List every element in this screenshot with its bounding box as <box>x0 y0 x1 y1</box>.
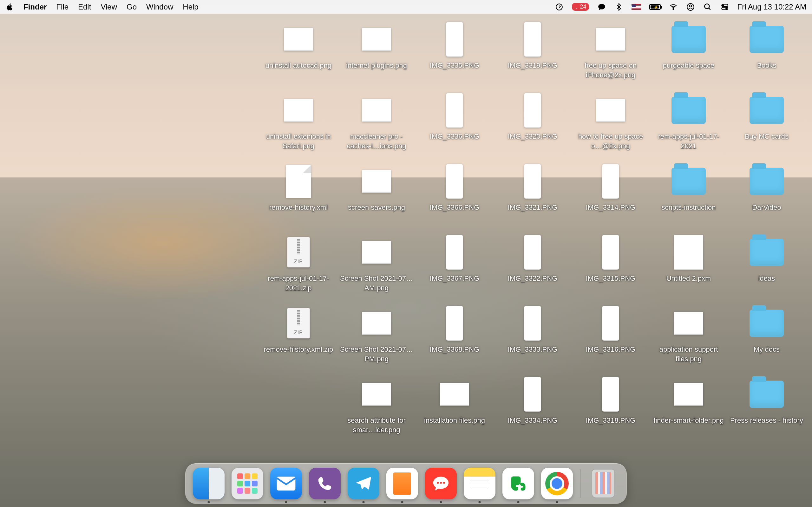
desktop-icon[interactable]: uninstall autocad.png <box>259 19 338 90</box>
dock-app-chrome[interactable] <box>541 468 573 499</box>
desktop-icon[interactable]: free up space on iPhone@2x.png <box>571 19 650 90</box>
menubar-app-name[interactable]: Finder <box>23 3 47 11</box>
image-thumbnail-icon <box>674 383 703 406</box>
desktop-icon-label: application support files.png <box>652 345 725 363</box>
desktop-icon[interactable]: Buy MC cards <box>728 90 806 161</box>
desktop-icon-label: uninstall extenions in Safari.png <box>262 132 335 151</box>
desktop-icon[interactable]: IMG_3366.PNG <box>415 161 494 232</box>
wifi-icon[interactable] <box>669 3 678 11</box>
desktop-icon[interactable]: scripts-instruction <box>650 161 728 232</box>
desktop-icon-label: Buy MC cards <box>745 132 789 141</box>
desktop-icon[interactable]: finder-smart-folder.png <box>650 374 728 445</box>
dock-app-notes[interactable] <box>464 468 496 499</box>
desktop-icon[interactable]: IMG_3367.PNG <box>415 232 494 303</box>
input-source-flag-icon[interactable] <box>631 4 641 10</box>
desktop-icon-label: DarVideo <box>752 203 781 212</box>
desktop-icon-label: finder-smart-folder.png <box>653 416 723 425</box>
desktop-icon-grid[interactable]: uninstall autocad.pnginternet plugins.pn… <box>259 19 806 445</box>
desktop-icon[interactable]: rem-apps-jul-01-17-2021 <box>650 90 728 161</box>
desktop-icon[interactable]: IMG_3318.PNG <box>571 374 650 445</box>
dock-app-telegram[interactable] <box>348 468 379 499</box>
desktop-icon[interactable]: IMG_3334.PNG <box>494 374 571 445</box>
desktop-icon[interactable]: Screen Shot 2021-07…AM.png <box>338 232 415 303</box>
desktop-icon[interactable]: IMG_3333.PNG <box>494 303 571 374</box>
battery-icon[interactable]: ⚡ <box>649 4 661 10</box>
desktop-icon[interactable]: DarVideo <box>728 161 806 232</box>
desktop-icon[interactable]: IMG_3319.PNG <box>494 19 571 90</box>
desktop-icon-label: IMG_3334.PNG <box>508 416 558 425</box>
desktop-icon[interactable]: IMG_3336.PNG <box>415 90 494 161</box>
image-thumbnail-icon <box>440 383 469 406</box>
menu-file[interactable]: File <box>56 3 68 11</box>
desktop-icon-label: IMG_3322.PNG <box>508 274 558 283</box>
desktop-icon-label: IMG_3319.PNG <box>508 61 558 70</box>
desktop-icon-label: remove-history.xml.zip <box>264 345 333 354</box>
image-thumbnail-icon <box>524 22 541 57</box>
dock-app-launchpad[interactable] <box>232 468 263 499</box>
desktop-icon[interactable]: ideas <box>728 232 806 303</box>
desktop-icon[interactable]: My docs <box>728 303 806 374</box>
desktop-icon[interactable]: Press releases - history <box>728 374 806 445</box>
desktop-icon[interactable]: purgeable space <box>650 19 728 90</box>
image-thumbnail-icon <box>602 235 619 270</box>
dock-app-pages[interactable] <box>386 468 418 499</box>
desktop-icon[interactable]: Screen Shot 2021-07…PM.png <box>338 303 415 374</box>
desktop-icon-label: IMG_3366.PNG <box>430 203 479 212</box>
desktop-icon[interactable]: remove-history.xml.zip <box>259 303 338 374</box>
dock-app-finder[interactable] <box>193 468 224 499</box>
desktop-icon[interactable]: internet plugins.png <box>338 19 415 90</box>
image-thumbnail-icon <box>446 235 463 270</box>
menubar: Finder File Edit View Go Window Help …24… <box>0 0 812 14</box>
menu-window[interactable]: Window <box>146 3 173 11</box>
dock-app-evernote[interactable] <box>502 468 534 499</box>
desktop-icon-label: Screen Shot 2021-07…AM.png <box>340 274 413 292</box>
desktop-icon[interactable]: IMG_3320.PNG <box>494 90 571 161</box>
bluetooth-icon[interactable] <box>614 3 623 11</box>
apple-logo-icon[interactable] <box>6 3 14 11</box>
desktop-icon-label: IMG_3318.PNG <box>586 416 636 425</box>
folder-icon <box>750 381 784 408</box>
control-center-icon[interactable] <box>720 3 729 11</box>
desktop-icon[interactable]: screen savers.png <box>338 161 415 232</box>
menubar-clock[interactable]: Fri Aug 13 10:22 AM <box>738 3 806 11</box>
desktop-icon[interactable]: maccleaner pro - caches-i…ions.png <box>338 90 415 161</box>
desktop-icon[interactable]: uninstall extenions in Safari.png <box>259 90 338 161</box>
desktop-icon[interactable]: installation files.png <box>415 374 494 445</box>
desktop-icon[interactable]: IMG_3315.PNG <box>571 232 650 303</box>
desktop-icon[interactable]: IMG_3321.PNG <box>494 161 571 232</box>
menu-extra-circle-icon[interactable] <box>555 3 564 11</box>
dock-app-viber[interactable] <box>309 468 341 499</box>
menu-go[interactable]: Go <box>126 3 137 11</box>
user-icon[interactable] <box>686 3 695 11</box>
desktop-icon[interactable]: application support files.png <box>650 303 728 374</box>
desktop-icon[interactable]: IMG_3322.PNG <box>494 232 571 303</box>
desktop-icon-label: IMG_3320.PNG <box>508 132 558 141</box>
dock-app-mail[interactable] <box>270 468 302 499</box>
desktop-icon[interactable]: IMG_3314.PNG <box>571 161 650 232</box>
desktop-icon[interactable]: search attribute for smar…lder.png <box>338 374 415 445</box>
desktop-icon-label: IMG_3367.PNG <box>430 274 479 283</box>
desktop-icon[interactable]: remove-history.xml <box>259 161 338 232</box>
folder-icon <box>750 97 784 124</box>
image-thumbnail-icon <box>362 99 391 122</box>
desktop-icon[interactable]: rem-apps-jul-01-17-2021.zip <box>259 232 338 303</box>
image-thumbnail-icon <box>284 99 313 122</box>
menu-help[interactable]: Help <box>183 3 198 11</box>
desktop-icon[interactable]: IMG_3368.PNG <box>415 303 494 374</box>
desktop-icon[interactable]: Untitled 2.pxm <box>650 232 728 303</box>
desktop-icon[interactable]: how to free up space o…@2x.png <box>571 90 650 161</box>
notification-badge[interactable]: …24 <box>572 3 589 11</box>
desktop-icon-label: purgeable space <box>663 61 715 70</box>
menu-view[interactable]: View <box>101 3 117 11</box>
messages-icon[interactable] <box>597 3 606 11</box>
svg-point-6 <box>722 4 723 6</box>
desktop-icon-label: IMG_3336.PNG <box>430 132 479 141</box>
menu-edit[interactable]: Edit <box>78 3 91 11</box>
spotlight-search-icon[interactable] <box>703 3 712 11</box>
desktop-icon[interactable]: Books <box>728 19 806 90</box>
desktop-icon[interactable]: IMG_3335.PNG <box>415 19 494 90</box>
desktop-icon[interactable]: IMG_3316.PNG <box>571 303 650 374</box>
dock-trash[interactable] <box>588 468 619 499</box>
image-thumbnail-icon <box>602 377 619 412</box>
dock-app-imessage[interactable] <box>425 468 457 499</box>
